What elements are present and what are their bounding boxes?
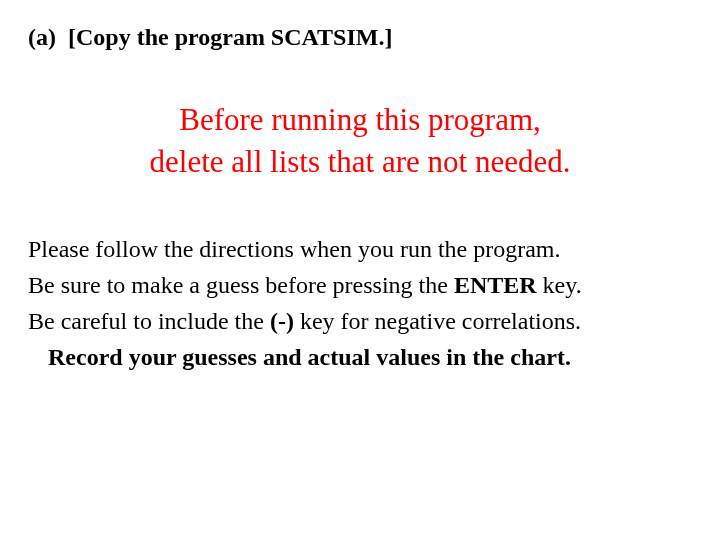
document-page: (a) [Copy the program SCATSIM.] Before r…	[0, 0, 720, 375]
body-line-2-post: key.	[537, 272, 582, 298]
body-line-2-pre: Be sure to make a guess before pressing …	[28, 272, 454, 298]
enter-key-label: ENTER	[454, 272, 537, 298]
callout-line-1: Before running this program,	[80, 99, 640, 141]
minus-key-label: (-)	[270, 308, 294, 334]
callout-line-2: delete all lists that are not needed.	[80, 141, 640, 183]
body-line-4: Record your guesses and actual values in…	[28, 339, 692, 375]
body-block: Please follow the directions when you ru…	[28, 231, 692, 375]
item-heading: (a) [Copy the program SCATSIM.]	[28, 24, 692, 51]
bracket-close: ]	[384, 24, 392, 50]
body-line-3-post: key for negative correlations.	[294, 308, 581, 334]
callout-block: Before running this program, delete all …	[80, 99, 640, 183]
body-line-3: Be careful to include the (-) key for ne…	[28, 303, 692, 339]
item-label: (a)	[28, 24, 56, 50]
bracket-open: [	[68, 24, 76, 50]
body-line-3-pre: Be careful to include the	[28, 308, 270, 334]
body-line-2: Be sure to make a guess before pressing …	[28, 267, 692, 303]
heading-text: Copy the program SCATSIM.	[76, 24, 384, 50]
body-line-1: Please follow the directions when you ru…	[28, 231, 692, 267]
